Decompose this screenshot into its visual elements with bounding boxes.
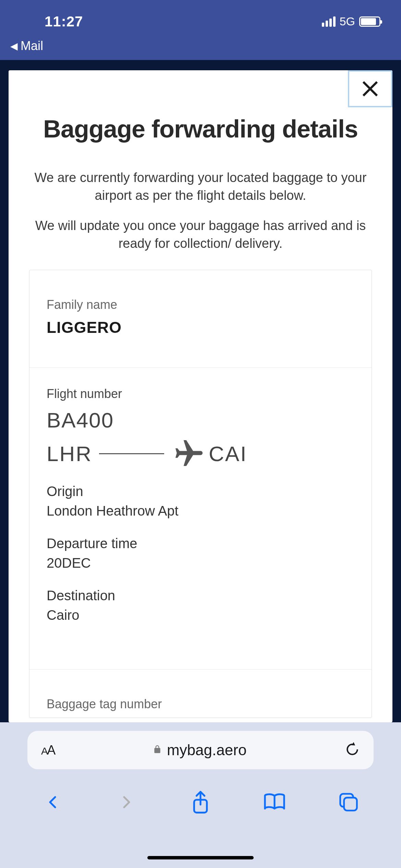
reload-button[interactable] bbox=[345, 742, 360, 758]
modal-page: Baggage forwarding details We are curren… bbox=[9, 70, 392, 722]
details-card: Family name LIGGERO Flight number BA400 … bbox=[29, 270, 372, 718]
departure-time-label: Departure time bbox=[47, 536, 354, 551]
forward-button[interactable] bbox=[113, 788, 140, 816]
url-text: mybag.aero bbox=[167, 742, 246, 759]
address-bar[interactable]: AA mybag.aero bbox=[27, 731, 374, 769]
browser-toolbar bbox=[0, 769, 401, 821]
destination-value: Cairo bbox=[47, 607, 354, 623]
close-button[interactable] bbox=[348, 70, 392, 107]
share-icon bbox=[191, 790, 210, 815]
airplane-icon bbox=[173, 437, 205, 470]
status-bar: 11:27 5G bbox=[0, 0, 401, 33]
tabs-button[interactable] bbox=[335, 788, 362, 816]
departure-time-group: Departure time 20DEC bbox=[47, 536, 354, 571]
flight-number-value: BA400 bbox=[47, 408, 354, 432]
bag-tag-label: Baggage tag number bbox=[47, 697, 354, 711]
destination-code: CAI bbox=[209, 442, 247, 466]
intro-text-1: We are currently forwarding your located… bbox=[29, 169, 372, 205]
status-time: 11:27 bbox=[45, 13, 83, 30]
route-line bbox=[99, 453, 164, 454]
tabs-icon bbox=[338, 792, 359, 813]
status-indicators: 5G bbox=[322, 15, 380, 28]
back-arrow-icon: ◀ bbox=[10, 40, 18, 52]
family-name-value: LIGGERO bbox=[47, 318, 354, 337]
share-button[interactable] bbox=[187, 788, 214, 816]
page-title: Baggage forwarding details bbox=[29, 115, 372, 143]
cellular-signal-icon bbox=[322, 16, 336, 27]
flight-section: Flight number BA400 LHR CAI Origin Londo… bbox=[29, 368, 372, 670]
battery-icon bbox=[359, 16, 380, 27]
close-icon bbox=[360, 79, 380, 99]
network-type: 5G bbox=[340, 15, 355, 28]
route-display: LHR CAI bbox=[47, 437, 354, 470]
home-indicator[interactable] bbox=[147, 856, 254, 859]
destination-group: Destination Cairo bbox=[47, 588, 354, 623]
origin-label: Origin bbox=[47, 484, 354, 499]
bookmarks-button[interactable] bbox=[261, 788, 288, 816]
origin-group: Origin London Heathrow Apt bbox=[47, 484, 354, 519]
svg-rect-2 bbox=[344, 798, 357, 811]
bag-tag-section: Baggage tag number bbox=[29, 670, 372, 711]
modal-content: Baggage forwarding details We are curren… bbox=[9, 70, 392, 718]
reload-icon bbox=[345, 742, 360, 757]
destination-label: Destination bbox=[47, 588, 354, 603]
family-name-section: Family name LIGGERO bbox=[29, 270, 372, 368]
url-area[interactable]: mybag.aero bbox=[54, 742, 345, 759]
back-button[interactable] bbox=[39, 788, 66, 816]
status-bar-area: 11:27 5G ◀ Mail bbox=[0, 0, 401, 60]
family-name-label: Family name bbox=[47, 298, 354, 312]
departure-time-value: 20DEC bbox=[47, 555, 354, 571]
back-to-app-button[interactable]: ◀ Mail bbox=[10, 39, 43, 53]
browser-chrome: AA mybag.aero bbox=[0, 722, 401, 868]
chevron-right-icon bbox=[119, 792, 134, 812]
chevron-left-icon bbox=[45, 792, 60, 812]
origin-value: London Heathrow Apt bbox=[47, 503, 354, 519]
flight-number-label: Flight number bbox=[47, 387, 354, 401]
lock-icon bbox=[153, 744, 162, 756]
origin-code: LHR bbox=[47, 442, 92, 466]
intro-text-2: We will update you once your baggage has… bbox=[29, 217, 372, 253]
book-icon bbox=[263, 792, 287, 812]
text-size-button[interactable]: AA bbox=[41, 743, 54, 758]
back-app-label: Mail bbox=[21, 39, 43, 53]
